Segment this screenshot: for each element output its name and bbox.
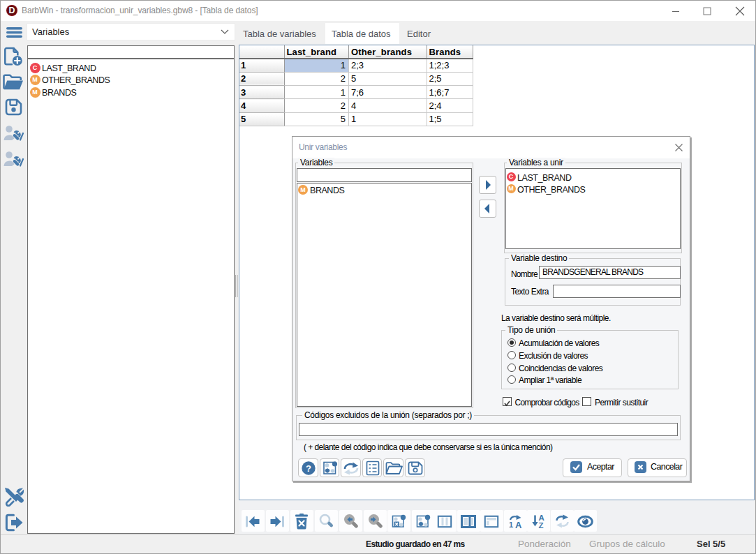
svg-text:1: 1 xyxy=(509,521,513,529)
svg-text:Z: Z xyxy=(539,521,544,529)
svg-text:A: A xyxy=(515,520,522,529)
svg-text:?: ? xyxy=(306,463,311,473)
